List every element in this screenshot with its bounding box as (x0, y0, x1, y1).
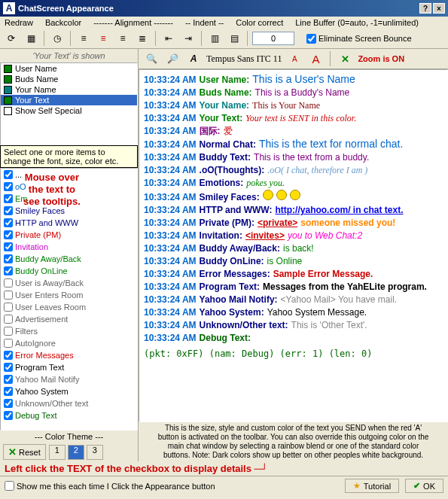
indent-left-icon[interactable]: ⇤ (160, 30, 177, 47)
checklist-box[interactable] (4, 351, 13, 360)
checklist-box[interactable] (4, 230, 13, 239)
show-me-box[interactable] (5, 481, 14, 491)
ok-button[interactable]: ✔OK (405, 479, 443, 493)
show-me-checkbox[interactable]: Show me this each time I Click the Appea… (5, 481, 215, 491)
font-larger-icon[interactable]: A (307, 50, 324, 67)
checklist-box[interactable] (4, 218, 13, 227)
colorcorrect2-icon[interactable]: ▤ (226, 30, 242, 47)
checklist-item[interactable]: Em (1, 193, 137, 205)
style-list-item[interactable]: Your Name (1, 84, 137, 95)
font-smaller-icon[interactable]: A (286, 50, 303, 67)
checklist-item[interactable]: Error Messages (1, 349, 137, 361)
checklist-label[interactable]: Em (15, 194, 28, 203)
checklist-label[interactable]: ... (15, 170, 22, 179)
tutorial-button[interactable]: ★Tutorial (345, 479, 399, 493)
checklist-label[interactable]: Program Text (15, 363, 64, 372)
checklist-item[interactable]: oO (1, 181, 137, 193)
colorcorrect-icon[interactable]: ▥ (206, 30, 223, 47)
checklist-box[interactable] (4, 363, 13, 372)
checklist-label[interactable]: User is Away/Back (15, 278, 84, 288)
style-list[interactable]: User NameBuds NameYour NameYour TextShow… (0, 62, 138, 145)
checklist-box[interactable] (4, 303, 13, 312)
checklist-label[interactable]: Advertisement (15, 315, 68, 324)
checklist-box[interactable] (4, 327, 13, 336)
refresh-icon[interactable]: ⟳ (3, 30, 20, 47)
indent-right-icon[interactable]: ⇥ (180, 30, 197, 47)
checklist-box[interactable] (4, 339, 13, 348)
checklist-label[interactable]: Yahoo System (15, 387, 69, 396)
align-center-icon[interactable]: ≡ (95, 30, 111, 47)
checklist-label[interactable]: Error Messages (15, 351, 74, 360)
checklist-item[interactable]: Private (PM) (1, 229, 137, 241)
checklist-item[interactable]: User is Away/Back (1, 277, 137, 289)
checklist-item[interactable]: AutoIgnore (1, 337, 137, 349)
checklist-box[interactable] (4, 411, 13, 420)
checklist-box[interactable] (4, 242, 13, 251)
theme-button-1[interactable]: 1 (49, 445, 66, 460)
checklist-item[interactable]: Debug Text (1, 409, 137, 421)
zoom-toggle-icon[interactable]: ✕ (337, 50, 353, 67)
checklist-item[interactable]: ... (1, 169, 137, 181)
checklist-item[interactable]: Filters (1, 325, 137, 337)
checklist-label[interactable]: User Enters Room (15, 291, 83, 300)
checklist-item[interactable]: Yahoo System (1, 385, 137, 397)
checklist-item[interactable]: User Leaves Room (1, 301, 137, 313)
checklist-label[interactable]: AutoIgnore (15, 339, 56, 348)
checklist-box[interactable] (4, 315, 13, 324)
checklist-label[interactable]: Unknown/Other text (15, 399, 88, 408)
checklist-item[interactable]: Program Text (1, 361, 137, 373)
category-checklist[interactable]: Mouse overthe text tosee tooltips. ...oO… (0, 168, 138, 431)
help-button[interactable]: ? (419, 3, 431, 14)
zoom-out-icon[interactable]: 🔍 (143, 50, 160, 67)
checklist-box[interactable] (4, 206, 13, 215)
checklist-box[interactable] (4, 194, 13, 203)
close-button[interactable]: × (433, 3, 445, 14)
checklist-item[interactable]: Advertisement (1, 313, 137, 325)
checklist-item[interactable]: Yahoo Mail Notify (1, 373, 137, 385)
theme-button-3[interactable]: 3 (87, 445, 103, 460)
theme-button-2[interactable]: 2 (68, 445, 84, 460)
checklist-item[interactable]: Invitation (1, 241, 137, 253)
eliminate-bounce-box[interactable] (306, 34, 316, 44)
menu-colorcorrect[interactable]: Color correct (236, 18, 283, 27)
checklist-box[interactable] (4, 278, 13, 288)
align-left-icon[interactable]: ≡ (75, 30, 92, 47)
checklist-label[interactable]: Buddy Away/Back (15, 254, 81, 263)
checklist-box[interactable] (4, 182, 13, 191)
zoom-in-icon[interactable]: 🔎 (164, 50, 181, 67)
checklist-item[interactable]: Buddy OnLine (1, 265, 137, 277)
checklist-box[interactable] (4, 291, 13, 300)
chat-preview[interactable]: 10:33:24 AM User Name: This is a User's … (139, 69, 448, 422)
checklist-label[interactable]: oO (15, 182, 26, 191)
checklist-box[interactable] (4, 375, 13, 384)
reset-button[interactable]: ✕Reset (3, 444, 46, 460)
backcolor-icon[interactable]: ▦ (23, 30, 39, 47)
linebuf-input[interactable] (252, 32, 294, 45)
font-name[interactable]: Tempus Sans ITC 11 (206, 53, 282, 65)
checklist-box[interactable] (4, 170, 13, 179)
font-style-icon[interactable]: A (185, 50, 202, 67)
checklist-label[interactable]: Smiley Faces (15, 206, 65, 215)
checklist-label[interactable]: Buddy OnLine (15, 266, 68, 275)
align-right-icon[interactable]: ≡ (114, 30, 131, 47)
checklist-item[interactable]: User Enters Room (1, 289, 137, 301)
checklist-box[interactable] (4, 399, 13, 408)
menu-backcolor[interactable]: Backcolor (45, 18, 81, 27)
style-list-item[interactable]: Buds Name (1, 74, 137, 84)
checklist-item[interactable]: Unknown/Other text (1, 397, 137, 409)
checklist-label[interactable]: Invitation (15, 242, 48, 251)
checklist-item[interactable]: Smiley Faces (1, 205, 137, 217)
clock-icon[interactable]: ◷ (49, 30, 66, 47)
checklist-box[interactable] (4, 254, 13, 263)
checklist-label[interactable]: Debug Text (15, 411, 56, 420)
checklist-item[interactable]: Buddy Away/Back (1, 253, 137, 265)
checklist-label[interactable]: Yahoo Mail Notify (15, 375, 79, 384)
style-list-item[interactable]: Show Self Special (1, 105, 137, 116)
checklist-label[interactable]: HTTP and WWW (15, 218, 78, 227)
checklist-box[interactable] (4, 266, 13, 275)
style-list-item[interactable]: User Name (1, 63, 137, 74)
align-justify-icon[interactable]: ≣ (134, 30, 151, 47)
checklist-item[interactable]: HTTP and WWW (1, 217, 137, 229)
checklist-box[interactable] (4, 387, 13, 396)
eliminate-bounce-checkbox[interactable]: Eliminate Screen Bounce (306, 34, 412, 44)
